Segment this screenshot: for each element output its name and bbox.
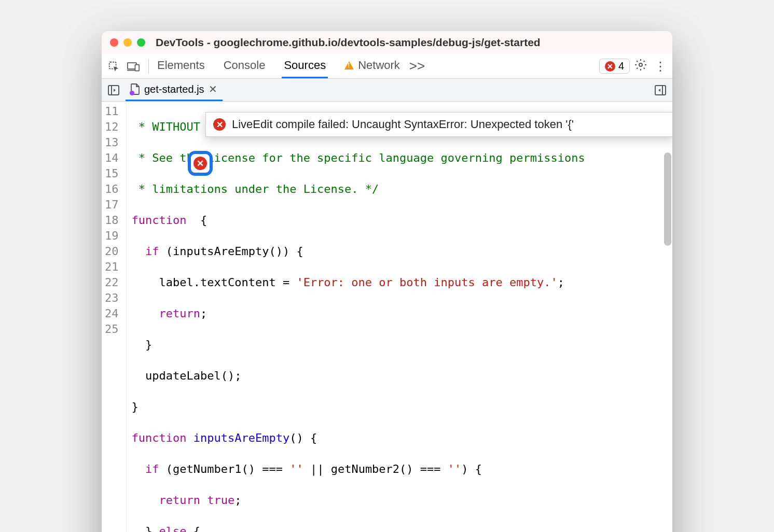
more-options-icon[interactable]: ⋮ <box>652 59 669 74</box>
close-window-button[interactable] <box>110 38 118 47</box>
inspect-element-icon[interactable] <box>105 58 122 75</box>
more-tabs-button[interactable]: >> <box>404 58 430 74</box>
tab-network[interactable]: Network <box>342 54 402 78</box>
modified-dot-icon <box>130 91 134 95</box>
main-toolbar: Elements Console Sources Network >> ✕ 4 … <box>102 54 672 79</box>
close-tab-icon[interactable]: ✕ <box>209 83 217 95</box>
warning-icon <box>344 61 354 69</box>
gutter-error-marker[interactable]: ✕ <box>188 151 213 176</box>
minimize-window-button[interactable] <box>123 38 132 47</box>
error-tooltip-message: LiveEdit compile failed: Uncaught Syntax… <box>232 118 574 131</box>
panel-tabs: Elements Console Sources Network <box>155 54 402 78</box>
show-debugger-icon[interactable] <box>652 81 669 99</box>
tab-sources[interactable]: Sources <box>282 54 328 78</box>
file-tab[interactable]: get-started.js ✕ <box>126 79 223 101</box>
maximize-window-button[interactable] <box>137 38 145 47</box>
line-number-gutter[interactable]: 111213141516171819202122232425 <box>102 102 127 532</box>
tab-elements[interactable]: Elements <box>155 54 207 78</box>
vertical-scrollbar[interactable] <box>664 106 671 532</box>
svg-rect-3 <box>135 64 139 71</box>
show-navigator-icon[interactable] <box>105 81 122 99</box>
file-tab-bar: get-started.js ✕ <box>102 79 672 102</box>
error-count: 4 <box>618 60 624 72</box>
error-icon: ✕ <box>194 157 207 170</box>
device-toolbar-icon[interactable] <box>125 58 142 75</box>
window-title: DevTools - googlechrome.github.io/devtoo… <box>156 36 541 49</box>
devtools-window: DevTools - googlechrome.github.io/devtoo… <box>102 31 672 532</box>
window-controls <box>110 38 145 47</box>
titlebar: DevTools - googlechrome.github.io/devtoo… <box>102 31 672 54</box>
divider <box>148 59 149 74</box>
error-icon: ✕ <box>605 61 615 72</box>
vertical-scroll-thumb[interactable] <box>664 152 671 246</box>
settings-icon[interactable] <box>632 59 649 74</box>
code-editor[interactable]: 111213141516171819202122232425 * WITHOUT… <box>102 102 672 532</box>
error-icon: ✕ <box>213 118 226 131</box>
error-count-badge[interactable]: ✕ 4 <box>599 59 630 74</box>
tab-console[interactable]: Console <box>222 54 268 78</box>
file-icon <box>131 83 140 95</box>
error-tooltip: ✕ LiveEdit compile failed: Uncaught Synt… <box>205 112 672 137</box>
svg-point-4 <box>639 63 642 66</box>
file-name: get-started.js <box>144 83 204 95</box>
